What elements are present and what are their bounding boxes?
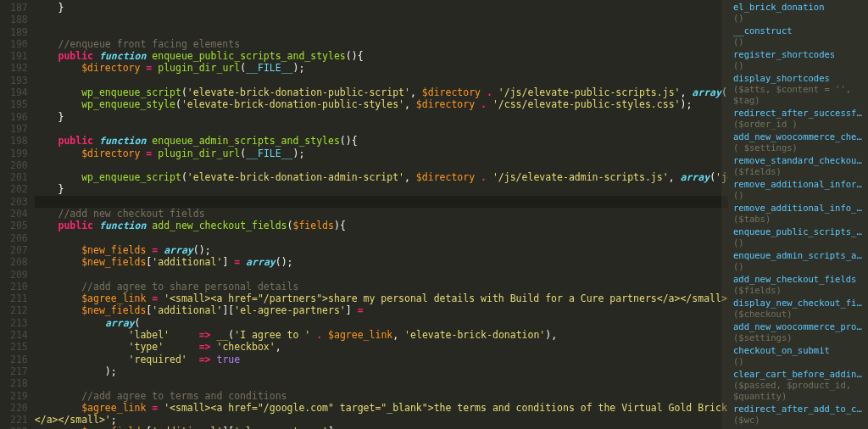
code-line[interactable]: } bbox=[35, 111, 729, 123]
code-line[interactable] bbox=[35, 26, 729, 38]
token: </a></small>' bbox=[35, 414, 111, 426]
token bbox=[35, 426, 81, 429]
code-line[interactable] bbox=[35, 377, 729, 389]
code-line[interactable]: $new_fields['additional']['el-agree-part… bbox=[35, 304, 729, 316]
token: 'elevate-brick-donation-admin-script' bbox=[187, 171, 404, 183]
code-line[interactable]: //add new checkout fields bbox=[35, 208, 729, 220]
outline-item[interactable]: remove_standard_checkout_fields bbox=[733, 155, 863, 166]
outline-item[interactable]: remove_additional_info_tab bbox=[733, 203, 863, 214]
token: $new_fields bbox=[81, 304, 146, 316]
code-line[interactable]: $directory = plugin_dir_url(__FILE__); bbox=[35, 62, 729, 74]
line-number: 202 bbox=[10, 183, 28, 195]
token bbox=[492, 86, 498, 98]
outline-item[interactable]: display_new_checkout_fields bbox=[733, 298, 863, 309]
outline-panel[interactable]: el_brick_donation()__construct()register… bbox=[728, 0, 868, 429]
code-editor[interactable]: 1871881891901911921931941951961971981992… bbox=[0, 0, 729, 429]
token: ] bbox=[346, 304, 358, 316]
code-line[interactable]: //add agree to terms and conditions bbox=[35, 390, 729, 402]
outline-signature: ($atts, $content = '', $tag) bbox=[733, 84, 863, 106]
code-line[interactable]: wp_enqueue_script('elevate-brick-donatio… bbox=[35, 171, 729, 183]
code-line[interactable]: wp_enqueue_style('elevate-brick-donation… bbox=[35, 98, 729, 110]
line-number: 200 bbox=[10, 159, 28, 171]
token: ); bbox=[293, 148, 305, 159]
token: //add agree to terms and conditions bbox=[81, 390, 287, 402]
token: //enqueue front facing elements bbox=[58, 38, 240, 50]
code-line[interactable] bbox=[35, 159, 729, 171]
line-number: 204 bbox=[10, 208, 28, 220]
code-line[interactable]: $agree_link = '<small><a href="/google.c… bbox=[35, 402, 729, 414]
code-line[interactable]: array( bbox=[35, 317, 729, 329]
code-line[interactable] bbox=[35, 75, 729, 86]
outline-item[interactable]: remove_additional_information bbox=[733, 179, 863, 190]
token: $agree_link bbox=[328, 329, 392, 341]
token: => bbox=[199, 341, 211, 353]
code-line[interactable] bbox=[35, 196, 729, 208]
token bbox=[35, 38, 58, 50]
outline-item[interactable]: register_shortcodes bbox=[733, 49, 863, 60]
code-line[interactable]: </a></small>'; bbox=[35, 414, 729, 426]
outline-signature: ($wc) bbox=[733, 415, 863, 426]
outline-signature: ($passed, $product_id, $quantity) bbox=[733, 380, 863, 402]
outline-item[interactable]: redirect_after_successful_pu bbox=[733, 108, 863, 119]
token: (){ bbox=[346, 50, 364, 62]
outline-signature: ($fields) bbox=[733, 166, 863, 177]
line-number: 218 bbox=[10, 377, 28, 389]
code-line[interactable]: 'type' => 'checkbox', bbox=[35, 341, 729, 353]
code-line[interactable]: } bbox=[35, 2, 729, 14]
code-line[interactable]: ); bbox=[35, 365, 729, 377]
outline-item[interactable]: redirect_after_add_to_cart bbox=[733, 404, 863, 415]
outline-item[interactable]: __construct bbox=[733, 25, 863, 36]
outline-item[interactable]: add_new_woocommerce_product bbox=[733, 321, 863, 332]
token: //add new checkout fields bbox=[58, 208, 204, 220]
code-line[interactable]: $new_fields = array(); bbox=[35, 244, 729, 256]
token: ( bbox=[135, 317, 141, 329]
code-line[interactable]: 'label' => __('I agree to ' . $agree_lin… bbox=[35, 329, 729, 341]
code-line[interactable]: //add agree to share personal details bbox=[35, 281, 729, 292]
minimap[interactable] bbox=[721, 0, 728, 429]
token: $directory bbox=[416, 171, 475, 183]
code-line[interactable]: $directory = plugin_dir_url(__FILE__); bbox=[35, 148, 729, 159]
token: => bbox=[199, 354, 211, 365]
token bbox=[35, 256, 81, 268]
outline-item[interactable]: add_new_checkout_fields bbox=[733, 274, 863, 285]
code-line[interactable]: wp_enqueue_script('elevate-brick-donatio… bbox=[35, 86, 729, 98]
outline-item[interactable]: enqueue_admin_scripts_and_s bbox=[733, 250, 863, 261]
outline-item[interactable]: clear_cart_before_adding_pr bbox=[733, 369, 863, 380]
code-line[interactable]: public function add_new_checkout_fields(… bbox=[35, 220, 729, 231]
outline-signature: () bbox=[733, 261, 863, 272]
line-number: 197 bbox=[10, 123, 28, 135]
token: 'additional' bbox=[152, 426, 222, 429]
outline-item[interactable]: el_brick_donation bbox=[733, 2, 863, 13]
line-number: 217 bbox=[10, 365, 28, 377]
token bbox=[481, 86, 487, 98]
code-line[interactable]: } bbox=[35, 183, 729, 195]
token: $agree_link bbox=[81, 402, 146, 414]
code-line[interactable]: //enqueue front facing elements bbox=[35, 38, 729, 50]
outline-item[interactable]: checkout_on_submit bbox=[733, 345, 863, 356]
token: (); bbox=[193, 244, 211, 256]
line-number: 215 bbox=[10, 341, 28, 353]
code-line[interactable]: public function enqueue_admin_scripts_an… bbox=[35, 135, 729, 147]
outline-item[interactable]: enqueue_public_scripts_and_ bbox=[733, 226, 863, 237]
line-number: 220 bbox=[10, 402, 28, 414]
code-line[interactable]: $agree_link = '<small><a href="/partners… bbox=[35, 292, 729, 304]
code-line[interactable] bbox=[35, 232, 729, 244]
token: } bbox=[35, 111, 64, 123]
token: ( bbox=[181, 171, 187, 183]
code-line[interactable] bbox=[35, 14, 729, 25]
token: '/js/elevate-public-scripts.js' bbox=[498, 86, 681, 98]
token bbox=[35, 329, 129, 341]
outline-item[interactable]: add_new_woocommerce_checkout bbox=[733, 131, 863, 142]
code-line[interactable]: $new_fields['additional']['el-agree-term… bbox=[35, 426, 729, 429]
code-line[interactable] bbox=[35, 123, 729, 135]
token: , bbox=[669, 171, 681, 183]
code-area[interactable]: } //enqueue front facing elements public… bbox=[35, 0, 729, 429]
outline-item[interactable]: display_shortcodes bbox=[733, 73, 863, 84]
token bbox=[187, 354, 199, 365]
code-line[interactable]: $new_fields['additional'] = array(); bbox=[35, 256, 729, 268]
token bbox=[364, 304, 370, 316]
code-line[interactable] bbox=[35, 269, 729, 281]
outline-signature: () bbox=[733, 13, 863, 24]
code-line[interactable]: 'required' => true bbox=[35, 354, 729, 365]
code-line[interactable]: public function enqueue_public_scripts_a… bbox=[35, 50, 729, 62]
